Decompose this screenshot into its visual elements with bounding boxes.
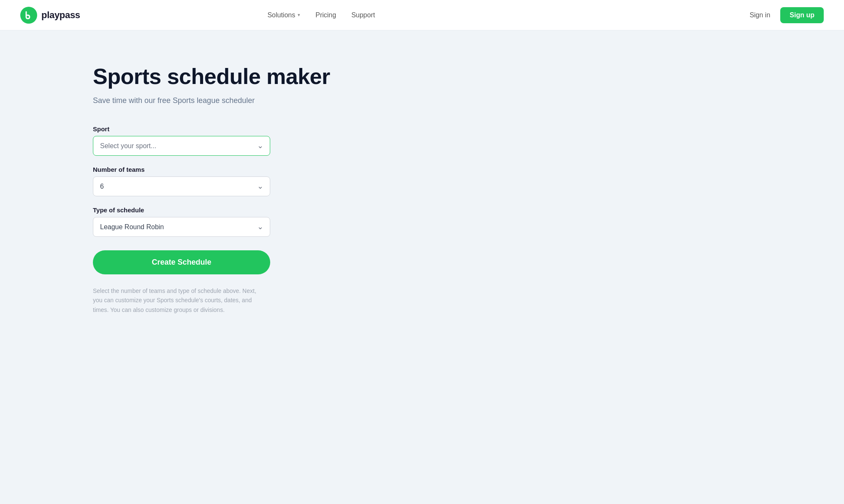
- sport-select[interactable]: Select your sport... Soccer Basketball B…: [93, 136, 270, 156]
- header: playpass Solutions ▾ Pricing Support Sig…: [0, 0, 844, 30]
- sport-field-group: Sport Select your sport... Soccer Basket…: [93, 125, 270, 156]
- helper-text: Select the number of teams and type of s…: [93, 286, 262, 314]
- page-subtitle: Save time with our free Sports league sc…: [93, 96, 255, 105]
- teams-field-group: Number of teams 4 5 6 7 8 10 12 16 ⌄: [93, 166, 270, 196]
- nav-solutions[interactable]: Solutions ▾: [267, 11, 300, 19]
- teams-label: Number of teams: [93, 166, 270, 173]
- brand-name: playpass: [41, 10, 80, 21]
- sign-up-button[interactable]: Sign up: [780, 7, 824, 23]
- header-auth: Sign in Sign up: [749, 7, 824, 23]
- sport-label: Sport: [93, 125, 270, 133]
- solutions-chevron-icon: ▾: [298, 12, 300, 18]
- sign-in-button[interactable]: Sign in: [749, 11, 770, 19]
- schedule-type-select-wrapper: League Round Robin Single Elimination Do…: [93, 217, 270, 237]
- page-title: Sports schedule maker: [93, 64, 330, 89]
- nav-support[interactable]: Support: [351, 11, 375, 19]
- nav-pricing[interactable]: Pricing: [315, 11, 336, 19]
- create-schedule-button[interactable]: Create Schedule: [93, 250, 270, 274]
- teams-select[interactable]: 4 5 6 7 8 10 12 16: [93, 176, 270, 196]
- main-nav: Solutions ▾ Pricing Support: [267, 11, 375, 19]
- playpass-logo-icon: [20, 7, 37, 24]
- logo-link[interactable]: playpass: [20, 7, 80, 24]
- teams-select-wrapper: 4 5 6 7 8 10 12 16 ⌄: [93, 176, 270, 196]
- schedule-type-select[interactable]: League Round Robin Single Elimination Do…: [93, 217, 270, 237]
- sport-select-wrapper: Select your sport... Soccer Basketball B…: [93, 136, 270, 156]
- main-content: Sports schedule maker Save time with our…: [0, 30, 591, 348]
- schedule-type-label: Type of schedule: [93, 206, 270, 214]
- schedule-form: Sport Select your sport... Soccer Basket…: [93, 125, 270, 314]
- schedule-type-field-group: Type of schedule League Round Robin Sing…: [93, 206, 270, 237]
